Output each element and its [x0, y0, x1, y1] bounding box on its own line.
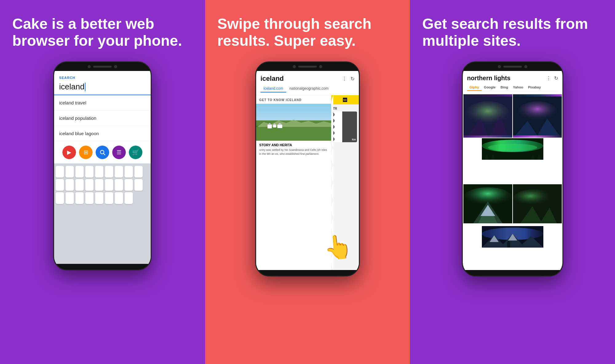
more-options-icon-right[interactable]: ⋮: [546, 75, 551, 81]
phone-top-bar-middle: [256, 62, 359, 71]
search-input-row[interactable]: iceland: [54, 81, 151, 95]
key[interactable]: [75, 179, 84, 191]
ng-logo: NG: [342, 97, 348, 103]
source-tab-google[interactable]: Google: [482, 84, 498, 91]
key[interactable]: [56, 179, 64, 191]
screen-right: northern lights ⋮ ↻ Giphy Google Bing Ya…: [463, 71, 562, 270]
panel-left: Cake is a better web browser for your ph…: [0, 0, 205, 364]
key[interactable]: [125, 179, 133, 191]
shopping-button[interactable]: 🛒: [129, 146, 142, 159]
search-button[interactable]: [96, 146, 109, 159]
aurora-image-6: [463, 226, 562, 248]
history-section: STORY AND HERITA untry was settled by No…: [256, 141, 331, 158]
browser-title[interactable]: iceland: [260, 75, 284, 83]
section-title: GET TO KNOW ICELAND: [256, 95, 331, 104]
key[interactable]: [56, 166, 64, 178]
front-camera-middle: [293, 65, 296, 68]
search-cursor: [85, 83, 85, 91]
key[interactable]: [115, 166, 123, 178]
key[interactable]: [95, 192, 103, 204]
key[interactable]: [105, 166, 113, 178]
panel-right: Get search results from multiple sites. …: [410, 0, 615, 364]
phone-middle: iceland ⋮ ↻ iceland.com nationalgeograph…: [255, 61, 360, 276]
aurora-image-2: [513, 94, 562, 138]
aurora-image-grid: [463, 94, 562, 270]
history-text: untry was settled by No Scandinavia and …: [259, 148, 328, 156]
key[interactable]: [95, 179, 103, 191]
key[interactable]: [134, 179, 143, 191]
browser-icons: ⋮ ↻: [342, 76, 355, 82]
key[interactable]: [105, 192, 113, 204]
panel-middle-title: Swipe through search results. Super easy…: [217, 15, 398, 49]
key[interactable]: [85, 192, 93, 204]
speaker-right: [503, 66, 522, 68]
browser-tab-bar: iceland.com nationalgeographic.com: [260, 85, 355, 92]
browser-title-row: iceland ⋮ ↻: [260, 75, 355, 83]
source-tab-bing[interactable]: Bing: [498, 84, 510, 91]
phone-bottom-bar-right: [463, 270, 562, 276]
phone-bottom-bar-left: [54, 264, 151, 269]
source-tab-giphy[interactable]: Giphy: [467, 84, 482, 91]
phone-bottom-bar-middle: [256, 270, 359, 276]
suggestion-2[interactable]: iceland population: [54, 111, 151, 126]
front-camera2-left: [114, 65, 117, 68]
key[interactable]: [75, 192, 84, 204]
multi-search-title[interactable]: northern lights: [467, 75, 510, 82]
screen-middle: iceland ⋮ ↻ iceland.com nationalgeograph…: [256, 71, 359, 270]
more-options-icon[interactable]: ⋮: [342, 76, 347, 82]
front-camera-right: [498, 65, 501, 68]
phone-left: SEARCH iceland iceland travel iceland po…: [53, 61, 152, 270]
panel-right-title: Get search results from multiple sites.: [422, 15, 603, 49]
source-tab-yahoo[interactable]: Yahoo: [510, 84, 526, 91]
video-button[interactable]: ▶: [62, 146, 76, 159]
key[interactable]: [85, 166, 93, 178]
aurora-image-3: [463, 138, 562, 160]
ng-header: NG: [331, 95, 359, 104]
source-tab-bar: Giphy Google Bing Yahoo Pixabay: [467, 84, 558, 91]
keyboard[interactable]: [54, 163, 151, 264]
images-button[interactable]: ⊞: [79, 146, 93, 159]
svg-rect-34: [507, 242, 510, 248]
svg-point-4: [466, 101, 510, 126]
key[interactable]: [115, 179, 123, 191]
key[interactable]: [115, 192, 123, 204]
key[interactable]: [125, 192, 133, 204]
swipe-hand: 👆: [323, 233, 354, 262]
front-camera-left: [88, 65, 91, 68]
multi-icons: ⋮ ↻: [546, 75, 558, 81]
aurora-image-4: [463, 182, 512, 225]
refresh-icon-right[interactable]: ↻: [554, 75, 558, 81]
key[interactable]: [75, 166, 84, 178]
key[interactable]: [65, 166, 74, 178]
action-buttons-row: ▶ ⊞ ☰ 🛒: [54, 141, 151, 163]
key[interactable]: [65, 192, 74, 204]
key[interactable]: [56, 192, 64, 204]
aurora-image-1: [463, 94, 512, 138]
suggestion-3[interactable]: iceland blue lagoon: [54, 126, 151, 141]
search-input-text[interactable]: iceland: [59, 82, 84, 92]
history-title: STORY AND HERITA: [259, 143, 328, 147]
svg-point-13: [488, 144, 537, 151]
svg-line-1: [104, 154, 105, 155]
refresh-icon[interactable]: ↻: [351, 76, 355, 82]
front-camera2-middle: [319, 65, 322, 68]
key[interactable]: [105, 179, 113, 191]
key[interactable]: [125, 166, 133, 178]
key[interactable]: [65, 179, 74, 191]
screen-left: SEARCH iceland iceland travel iceland po…: [54, 71, 151, 264]
key[interactable]: [95, 166, 103, 178]
calendar-button[interactable]: ☰: [112, 146, 126, 159]
speaker-middle: [298, 66, 317, 68]
tab-iceland-com[interactable]: iceland.com: [260, 85, 286, 92]
browser-header: iceland ⋮ ↻ iceland.com nationalgeograph…: [256, 71, 359, 95]
key[interactable]: [134, 166, 143, 178]
suggestion-1[interactable]: iceland travel: [54, 95, 151, 111]
source-tab-pixabay[interactable]: Pixabay: [526, 84, 543, 91]
aurora-image-5: [513, 182, 562, 225]
svg-point-8: [518, 101, 557, 121]
webpage-left: GET TO KNOW ICELAND: [256, 95, 331, 270]
key[interactable]: [85, 179, 93, 191]
speaker-left: [93, 66, 112, 68]
phone-right: northern lights ⋮ ↻ Giphy Google Bing Ya…: [462, 61, 563, 276]
tab-natgeo[interactable]: nationalgeographic.com: [286, 85, 331, 92]
